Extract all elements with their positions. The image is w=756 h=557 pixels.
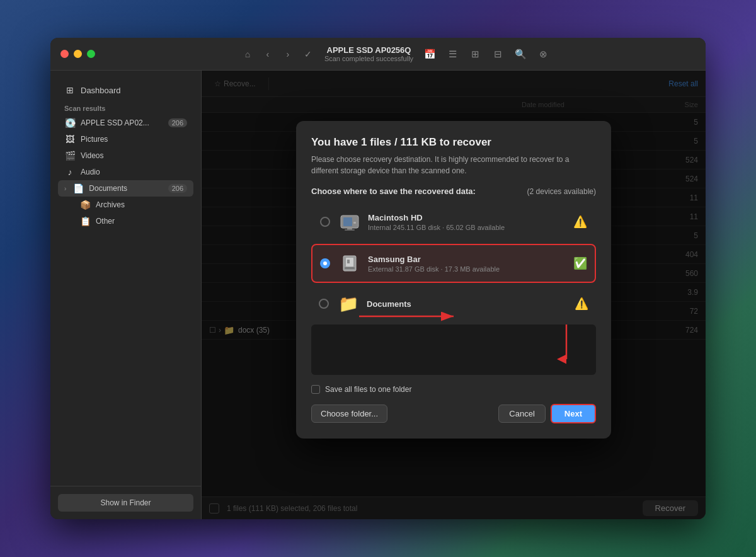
modal-dialog: You have 1 files / 111 KB to recover Ple…: [296, 121, 611, 439]
documents-folder-name: Documents: [367, 299, 570, 309]
macintosh-hd-radio[interactable]: [320, 217, 330, 227]
archives-label: Archives: [96, 200, 125, 209]
main-content: ⊞ Dashboard Scan results 💽 APPLE SSD AP0…: [50, 71, 706, 519]
sidebar-item-audio[interactable]: ♪ Audio: [58, 164, 193, 180]
samsung-bar-radio[interactable]: [320, 258, 330, 268]
svg-rect-9: [347, 260, 350, 263]
calendar-icon[interactable]: 📅: [421, 45, 438, 63]
next-button[interactable]: Next: [551, 404, 596, 423]
documents-folder-info: Documents: [367, 299, 570, 309]
apple-ssd-label: APPLE SSD AP02...: [81, 118, 149, 127]
videos-label: Videos: [81, 151, 103, 160]
audio-icon: ♪: [64, 167, 76, 177]
toolbar-right: 📅 ☰ ⊞ ⊟ 🔍 ⊗: [421, 45, 552, 63]
videos-icon: 🎬: [64, 151, 76, 161]
archives-icon: 📦: [79, 200, 91, 210]
device-option-macintosh-hd[interactable]: Macintosh HD Internal 245.11 GB disk · 6…: [311, 202, 596, 241]
sidebar-item-documents[interactable]: › 📄 Documents 206: [58, 180, 193, 197]
documents-chevron: ›: [64, 185, 66, 192]
sidebar-top: ⊞ Dashboard Scan results 💽 APPLE SSD AP0…: [50, 71, 201, 239]
nav-buttons: ⌂ ‹ › ✓: [239, 45, 317, 63]
macintosh-hd-status: ⚠️: [573, 215, 587, 229]
sidebar-item-videos[interactable]: 🎬 Videos: [58, 147, 193, 164]
macintosh-hd-name: Macintosh HD: [368, 213, 568, 222]
ssd-icon: 💽: [64, 118, 76, 128]
back-button[interactable]: ‹: [259, 45, 277, 63]
title-bar-center: ⌂ ‹ › ✓ APPLE SSD AP0256Q Scan completed…: [95, 45, 696, 63]
choose-folder-button[interactable]: Choose folder...: [311, 405, 387, 423]
modal-choose-label: Choose where to save the recovered data:…: [311, 187, 596, 196]
cancel-button[interactable]: Cancel: [498, 405, 545, 423]
check-button[interactable]: ✓: [299, 45, 317, 63]
svg-rect-10: [345, 267, 355, 269]
maximize-button[interactable]: [87, 50, 95, 58]
documents-folder-status: ⚠️: [575, 297, 588, 311]
title-bar: ⌂ ‹ › ✓ APPLE SSD AP0256Q Scan completed…: [50, 38, 706, 71]
macintosh-hd-info: Macintosh HD Internal 245.11 GB disk · 6…: [368, 213, 568, 231]
dashboard-icon: ⊞: [64, 85, 76, 95]
home-button[interactable]: ⌂: [239, 45, 256, 63]
svg-rect-4: [353, 222, 356, 224]
macintosh-hd-icon: [338, 210, 362, 234]
modal-title: You have 1 files / 111 KB to recover: [311, 136, 596, 149]
devices-available: (2 devices available): [527, 187, 596, 196]
minimize-button[interactable]: [74, 50, 82, 58]
show-in-finder-button[interactable]: Show in Finder: [58, 494, 193, 512]
grid-icon[interactable]: ⊞: [466, 45, 484, 63]
samsung-bar-info: Samsung Bar External 31.87 GB disk · 17.…: [368, 255, 568, 273]
other-label: Other: [96, 217, 115, 226]
title-info: APPLE SSD AP0256Q Scan completed success…: [324, 45, 413, 62]
sidebar-item-pictures[interactable]: 🖼 Pictures: [58, 131, 193, 147]
close-button[interactable]: [60, 50, 69, 58]
list-icon[interactable]: ☰: [444, 45, 461, 63]
app-window: ⌂ ‹ › ✓ APPLE SSD AP0256Q Scan completed…: [50, 38, 706, 519]
samsung-bar-icon: [338, 251, 362, 275]
columns-icon[interactable]: ⊟: [489, 45, 507, 63]
window-title: APPLE SSD AP0256Q: [324, 45, 413, 55]
audio-label: Audio: [81, 168, 100, 176]
search-icon[interactable]: 🔍: [512, 45, 529, 63]
documents-label: Documents: [89, 184, 127, 193]
other-icon: 📋: [79, 216, 91, 226]
save-folder-label: Save all files to one folder: [325, 385, 411, 394]
sidebar-item-archives[interactable]: 📦 Archives: [73, 197, 193, 213]
modal-dark-area: [311, 324, 596, 375]
sidebar-item-other[interactable]: 📋 Other: [73, 213, 193, 229]
modal-buttons: Choose folder... Cancel Next: [311, 404, 596, 423]
modal-overlay: You have 1 files / 111 KB to recover Ple…: [202, 71, 706, 519]
apple-ssd-badge: 206: [168, 118, 187, 127]
samsung-bar-detail: External 31.87 GB disk · 17.3 MB availab…: [368, 265, 568, 273]
sidebar-footer: Show in Finder: [50, 486, 201, 519]
content-area: ☆ Recove... Reset all Date modified Size…: [202, 71, 706, 519]
sidebar: ⊞ Dashboard Scan results 💽 APPLE SSD AP0…: [50, 71, 202, 519]
save-folder-row: Save all files to one folder: [311, 385, 596, 394]
documents-badge: 206: [168, 184, 187, 193]
documents-radio[interactable]: [319, 299, 329, 309]
modal-subtitle: Please choose recovery destination. It i…: [311, 154, 596, 176]
macintosh-hd-detail: Internal 245.11 GB disk · 65.02 GB avail…: [368, 224, 568, 231]
sub-items: 📦 Archives 📋 Other: [58, 197, 193, 229]
sidebar-item-dashboard[interactable]: ⊞ Dashboard: [58, 81, 193, 100]
samsung-bar-status: ✅: [573, 256, 587, 270]
svg-rect-6: [345, 229, 355, 231]
svg-rect-3: [343, 217, 352, 226]
settings-icon[interactable]: ⊗: [534, 45, 552, 63]
window-subtitle: Scan completed successfully: [324, 55, 413, 62]
pictures-label: Pictures: [81, 135, 108, 144]
device-option-documents[interactable]: 📁 Documents ⚠️: [311, 285, 596, 322]
device-option-samsung-bar[interactable]: Samsung Bar External 31.87 GB disk · 17.…: [311, 244, 596, 283]
documents-icon: 📄: [72, 183, 84, 193]
sidebar-item-apple-ssd[interactable]: 💽 APPLE SSD AP02... 206: [58, 115, 193, 131]
traffic-lights: [60, 50, 95, 58]
dashboard-label: Dashboard: [81, 86, 121, 95]
pictures-icon: 🖼: [64, 134, 76, 144]
documents-folder-icon: 📁: [336, 292, 360, 316]
forward-button[interactable]: ›: [279, 45, 297, 63]
save-folder-checkbox[interactable]: [311, 385, 320, 394]
scan-results-label: Scan results: [58, 100, 193, 115]
samsung-bar-name: Samsung Bar: [368, 255, 568, 264]
down-arrow: [557, 318, 576, 369]
